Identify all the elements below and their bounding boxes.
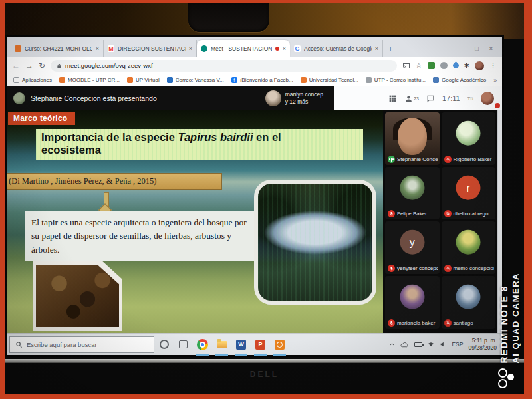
participant-tile-stephanie[interactable]: Stephanie Concepc... — [385, 112, 440, 165]
media-indicator-dot — [275, 47, 279, 51]
apps-grid-icon — [13, 77, 19, 83]
cortana-button[interactable] — [154, 334, 174, 356]
google-favicon: G — [294, 45, 301, 52]
participant-tile-felipe[interactable]: Felipe Baker — [385, 167, 440, 219]
close-tab-icon[interactable]: × — [96, 45, 99, 52]
avatar-letter: r — [456, 176, 481, 200]
bookmark-utp-correo[interactable]: UTP - Correo institu... — [366, 77, 426, 83]
new-tab-button[interactable]: + — [383, 41, 398, 56]
gmail-favicon: M — [108, 45, 114, 52]
chat-icon[interactable] — [426, 94, 435, 103]
tab-strip: Curso: CH4221-MORFOLOGÍA A × M DIRECCION… — [7, 37, 502, 57]
language-indicator[interactable]: ESP — [452, 341, 463, 348]
bookmark-star-icon[interactable]: ☆ — [416, 61, 422, 70]
image-app-icon — [275, 340, 285, 350]
background-wall — [5, 3, 524, 39]
minimize-button[interactable]: ─ — [460, 45, 464, 52]
tab-meet-active[interactable]: Meet - SUSTENTACION DE × — [197, 40, 290, 57]
folder-icon — [217, 341, 227, 348]
window-controls: ─ □ × — [460, 45, 498, 57]
search-input[interactable] — [27, 341, 148, 348]
extension-drop-icon[interactable] — [452, 61, 460, 70]
utp-mail-icon — [366, 77, 372, 83]
you-avatar[interactable] — [481, 92, 494, 105]
page-scrollbar[interactable] — [497, 110, 502, 333]
chrome-icon — [197, 339, 208, 350]
moodle-favicon — [15, 45, 21, 52]
slide-body-text: El tapir es una especie arquitecta o ing… — [25, 211, 259, 261]
up-virtual-icon — [127, 77, 133, 83]
meet-main-area: Marco teórico Importancia de la especie … — [7, 110, 502, 333]
participants-pill[interactable]: marilyn concep... y 12 más — [265, 90, 328, 106]
participant-tile-marianela[interactable]: marianela baker — [385, 276, 440, 329]
file-explorer-button[interactable] — [212, 334, 231, 356]
powerpoint-icon: P — [255, 340, 265, 350]
word-button[interactable]: W — [231, 334, 251, 356]
wifi-icon[interactable] — [428, 341, 434, 348]
battery-icon[interactable] — [414, 342, 422, 347]
bookmark-correo[interactable]: Correo: Vanessa V... — [167, 77, 224, 83]
bookmark-facebook[interactable]: f¡Bienvenido a Faceb... — [231, 77, 293, 83]
university-icon — [301, 77, 307, 83]
moodle-icon — [59, 77, 65, 83]
avatar — [456, 230, 481, 255]
close-tab-icon[interactable]: × — [283, 45, 286, 52]
tab-google-account[interactable]: G Acceso: Cuentas de Google × — [290, 40, 383, 57]
mic-muted-icon — [444, 210, 452, 217]
bookmark-universidad[interactable]: Universidad Tecnol... — [301, 77, 358, 83]
image-app-button[interactable] — [270, 334, 289, 356]
taskbar-date: 09/28/2020 — [468, 344, 497, 352]
url-text: meet.google.com/ovq-zeev-wxf — [65, 62, 152, 69]
camera-active-dot — [495, 103, 500, 108]
system-tray: ESP 5:11 p. m. 09/28/2020 — [389, 337, 499, 351]
avatar-letter: y — [400, 230, 424, 255]
tab-label: Curso: CH4221-MORFOLOGÍA A — [25, 45, 92, 52]
reload-button[interactable]: ↻ — [39, 62, 45, 70]
bookmark-scholar[interactable]: Google Académico — [433, 77, 486, 83]
close-tab-icon[interactable]: × — [375, 45, 378, 52]
powerpoint-button[interactable]: P — [251, 334, 270, 356]
tray-expand-icon[interactable] — [389, 342, 395, 348]
taskbar-search[interactable] — [9, 336, 154, 353]
presenting-text: Stephanie Concepcion está presentando — [31, 94, 157, 102]
profile-avatar[interactable] — [475, 61, 484, 70]
taskbar-clock[interactable]: 5:11 p. m. 09/28/2020 — [468, 337, 497, 351]
tab-course[interactable]: Curso: CH4221-MORFOLOGÍA A × — [11, 40, 104, 57]
bookmarks-bar: Aplicaciones MOODLE - UTP CR... UP Virtu… — [7, 74, 502, 86]
avatar — [400, 176, 424, 200]
cast-icon[interactable] — [402, 62, 410, 70]
adblock-extension-icon[interactable] — [428, 62, 435, 69]
tab-gmail[interactable]: M DIRECCION SUSTENTACION STE × — [104, 40, 197, 57]
bookmarks-overflow-icon[interactable]: » — [493, 77, 497, 84]
chrome-taskbar-button[interactable] — [193, 334, 212, 356]
participant-tile-ribelino[interactable]: r ribelino abrego — [442, 167, 496, 219]
meet-top-bar: Stephanie Concepcion está presentando ma… — [7, 86, 502, 110]
bookmark-moodle[interactable]: MOODLE - UTP CR... — [59, 77, 120, 83]
maximize-button[interactable]: □ — [475, 45, 478, 52]
lock-icon — [57, 63, 62, 68]
mic-muted-icon — [388, 319, 395, 327]
back-button[interactable]: ← — [12, 62, 20, 70]
participant-tile-memo[interactable]: memo concepcion — [442, 221, 496, 274]
participant-tile-rigoberto[interactable]: Rigoberto Baker — [442, 112, 496, 165]
participant-tile-yenyfeer[interactable]: y yenyfeer concepcion — [385, 221, 440, 274]
participants-icon[interactable]: 23 — [404, 94, 419, 103]
browser-menu-icon[interactable]: ⋮ — [489, 61, 497, 70]
close-tab-icon[interactable]: × — [189, 45, 192, 52]
bookmark-apps[interactable]: Aplicaciones — [13, 77, 52, 83]
forward-button[interactable]: → — [25, 62, 33, 70]
presenter-avatar — [13, 92, 25, 104]
you-label: Tú — [467, 96, 473, 102]
address-bar[interactable]: meet.google.com/ovq-zeev-wxf — [51, 60, 397, 72]
change-layout-icon[interactable] — [388, 94, 397, 103]
participant-tile-santiago[interactable]: santiago — [442, 276, 496, 329]
extension-pinwheel-icon[interactable]: ✱ — [464, 62, 469, 69]
pill-name: marilyn concep... — [285, 91, 328, 98]
task-view-button[interactable] — [174, 334, 193, 356]
bookmark-up-virtual[interactable]: UP Virtual — [127, 77, 160, 83]
close-window-button[interactable]: × — [489, 45, 493, 52]
extension-circle-icon[interactable] — [440, 62, 448, 69]
facebook-icon: f — [231, 77, 237, 83]
onedrive-icon[interactable] — [400, 342, 409, 348]
volume-icon[interactable] — [440, 341, 446, 348]
